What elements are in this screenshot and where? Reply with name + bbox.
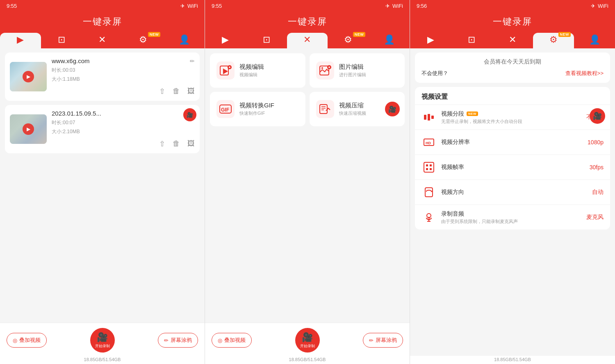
framerate-value: 30fps <box>590 164 604 171</box>
settings-tab-icon: ⚙ <box>139 35 147 44</box>
recording-info-2: 2023.01.15.09.5... 时长:00:07 大小:2.10MB ⇧ … <box>52 110 195 148</box>
svg-rect-22 <box>426 164 428 166</box>
app-title-1: 一键录屏 <box>0 11 205 31</box>
photo-icon-1[interactable]: 🖼 <box>187 87 195 96</box>
compress-info: 视频压缩 快速压缩视频 <box>339 102 366 116</box>
share-icon-2[interactable]: ⇧ <box>159 139 165 148</box>
recording-meta-2: 时长:00:07 大小:2.10MB <box>52 118 195 136</box>
float-record-btn-settings[interactable]: 🎥 <box>590 108 605 124</box>
airplane-icon-2: ✈ <box>385 3 390 9</box>
overlay-btn-2[interactable]: ◎ 叠加视频 <box>212 333 252 348</box>
tools-grid: 视频编辑 视频编辑 图片编辑 <box>205 48 410 131</box>
orientation-title: 视频方向 <box>441 189 587 196</box>
tab-user-1[interactable]: 👤 <box>164 33 205 48</box>
tab-videos-3[interactable]: ▶ <box>410 33 451 48</box>
new-badge-segment: NEW <box>467 111 478 116</box>
tab-videos-1[interactable]: ▶ <box>0 33 41 48</box>
audio-content: 录制音频 由于受到系统限制，只能录制麦克风声 <box>441 210 581 225</box>
tool-compress[interactable]: 视频压缩 快速压缩视频 🎥 <box>310 92 405 126</box>
settings-row-orientation[interactable]: 视频方向 自动 <box>415 180 610 205</box>
tab-user-3[interactable]: 👤 <box>574 33 615 48</box>
status-icons-1: ✈ WiFi <box>180 3 198 9</box>
segment-title: 视频分段 NEW <box>441 110 581 118</box>
content-area-1: ▶ www.x6g.com ✏ 时长:00:03 大小:1.18MB ⇧ 🗑 🖼 <box>0 48 205 323</box>
edit-icon-1[interactable]: ✏ <box>190 58 195 64</box>
thumb-play-1[interactable]: ▶ <box>23 71 34 82</box>
help-link[interactable]: 查看视频教程>> <box>565 70 604 77</box>
tab-tools-2[interactable]: ✕ <box>287 33 328 48</box>
status-time-1: 9:55 <box>7 3 17 9</box>
svg-rect-16 <box>424 115 426 120</box>
settings-row-resolution[interactable]: HD 视频分辨率 1080p <box>415 130 610 155</box>
new-badge-settings-2: NEW <box>353 32 366 37</box>
record-overlay-btn-2[interactable]: 🎥 <box>183 108 196 121</box>
storage-info-1: 18.85GB/51.54GB <box>0 356 205 364</box>
tools-tab-icon-3: ✕ <box>509 35 516 44</box>
wifi-icon: WiFi <box>187 3 198 9</box>
settings-row-framerate[interactable]: 视频帧率 30fps <box>415 155 610 180</box>
tab-tools-3[interactable]: ✕ <box>492 33 533 48</box>
tab-settings-1[interactable]: NEW ⚙ <box>123 33 164 48</box>
svg-rect-25 <box>430 168 432 170</box>
clip-tab-icon-2: ⊡ <box>263 35 270 44</box>
video-edit-info: 视频编辑 视频编辑 <box>239 63 264 78</box>
help-row: 不会使用？ 查看视频教程>> <box>421 70 604 77</box>
photo-icon-2[interactable]: 🖼 <box>187 139 195 148</box>
record-btn-2[interactable]: 🎥 开始录制 <box>295 328 320 353</box>
svg-rect-24 <box>426 168 428 170</box>
recording-title-2: 2023.01.15.09.5... <box>52 110 195 117</box>
svg-rect-12 <box>320 105 327 114</box>
airplane-icon: ✈ <box>180 3 185 9</box>
nav-tabs-1: ▶ ⊡ ✕ NEW ⚙ 👤 <box>0 31 205 48</box>
delete-icon-2[interactable]: 🗑 <box>173 139 180 148</box>
overlay-icon-1: ◎ <box>13 337 17 344</box>
share-icon-1[interactable]: ⇧ <box>159 87 165 96</box>
gif-info: 视频转换GIF 快速制作GIF <box>239 102 274 116</box>
tab-settings-2[interactable]: NEW ⚙ <box>328 33 369 48</box>
framerate-title: 视频帧率 <box>441 164 585 171</box>
resolution-title: 视频分辨率 <box>441 139 583 146</box>
settings-tab-icon-3: ⚙ <box>549 35 558 44</box>
tab-clip-2[interactable]: ⊡ <box>246 33 287 48</box>
delete-icon-1[interactable]: 🗑 <box>173 87 180 96</box>
member-info: 会员将在今天天后到期 <box>421 58 604 66</box>
video-tab-icon-2: ▶ <box>222 35 229 44</box>
tab-settings-3[interactable]: NEW ⚙ <box>533 33 574 48</box>
orientation-content: 视频方向 <box>441 189 587 196</box>
audio-desc: 由于受到系统限制，只能录制麦克风声 <box>441 218 581 225</box>
user-tab-icon-2: 👤 <box>384 35 395 44</box>
segment-icon <box>421 110 436 125</box>
tab-user-2[interactable]: 👤 <box>369 33 410 48</box>
settings-row-audio[interactable]: 录制音频 由于受到系统限制，只能录制麦克风声 麦克风 <box>415 205 610 230</box>
recording-meta-1: 时长:00:03 大小:1.18MB <box>52 66 195 84</box>
tab-tools-1[interactable]: ✕ <box>82 33 123 48</box>
recording-title-1: www.x6g.com ✏ <box>52 57 195 64</box>
settings-header: 会员将在今天天后到期 不会使用？ 查看视频教程>> <box>415 52 610 83</box>
svg-rect-23 <box>430 164 432 166</box>
tab-clip-1[interactable]: ⊡ <box>41 33 82 48</box>
paint-btn-1[interactable]: ✏ 屏幕涂鸦 <box>158 333 198 348</box>
thumb-play-2[interactable]: ▶ <box>23 123 34 135</box>
paint-btn-2[interactable]: ✏ 屏幕涂鸦 <box>363 333 403 348</box>
status-time-3: 9:56 <box>417 3 427 9</box>
user-tab-icon: 👤 <box>179 35 190 44</box>
resolution-content: 视频分辨率 <box>441 139 583 146</box>
overlay-btn-1[interactable]: ◎ 叠加视频 <box>7 333 47 348</box>
record-btn-1[interactable]: 🎥 开始录制 <box>90 328 115 353</box>
new-badge-settings-3: NEW <box>558 32 571 37</box>
app-title-3: 一键录屏 <box>410 11 615 31</box>
settings-tab-icon-2: ⚙ <box>344 35 352 44</box>
tool-gif[interactable]: GIF 视频转换GIF 快速制作GIF <box>210 92 305 126</box>
recording-thumb-2[interactable]: ▶ <box>10 114 47 144</box>
status-time-2: 9:55 <box>212 3 222 9</box>
record-icon-2: 🎥 <box>302 332 313 343</box>
tool-image-edit[interactable]: 图片编辑 进行图片编辑 <box>310 53 405 88</box>
tab-clip-3[interactable]: ⊡ <box>451 33 492 48</box>
recording-thumb-1[interactable]: ▶ <box>10 62 47 91</box>
framerate-icon <box>421 160 436 175</box>
tool-video-edit[interactable]: 视频编辑 视频编辑 <box>210 53 305 88</box>
tab-videos-2[interactable]: ▶ <box>205 33 246 48</box>
compress-record-btn[interactable]: 🎥 <box>385 102 400 116</box>
settings-row-segment[interactable]: 视频分段 NEW 无需停止录制，视频将文件大小自动分段 不分段 🎥 <box>415 105 610 130</box>
svg-rect-26 <box>425 188 433 197</box>
